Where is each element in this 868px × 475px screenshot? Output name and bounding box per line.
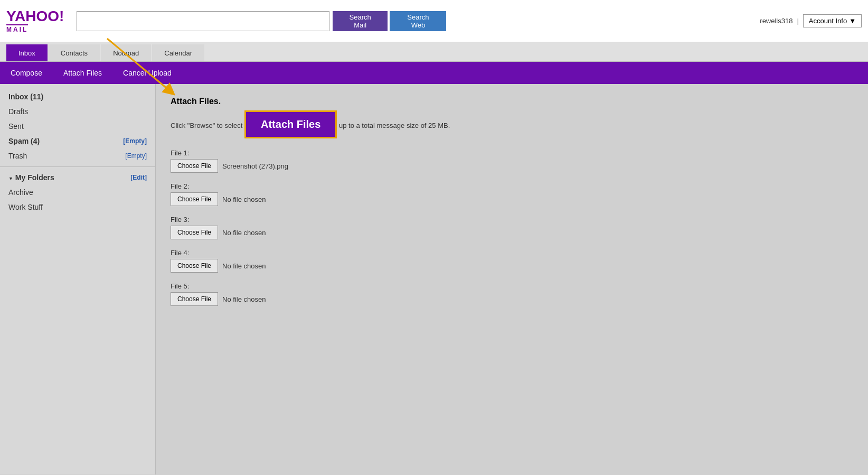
sidebar-inbox[interactable]: Inbox (11) (0, 89, 155, 104)
sidebar-my-folders-label: ▼ My Folders (8, 173, 54, 182)
page-title: Attach Files. (171, 97, 853, 106)
file-3-name: No file chosen (222, 229, 266, 237)
action-bar: Compose Attach Files Cancel Upload (0, 62, 868, 84)
file-2-choose-button[interactable]: Choose File (171, 192, 218, 206)
header: YAHOO! MAIL Search Mail Search Web rewel… (0, 0, 868, 42)
logo-yahoo: YAHOO! (6, 8, 64, 25)
tab-calendar[interactable]: Calendar (152, 44, 204, 61)
sidebar-spam[interactable]: Spam (4) [Empty] (0, 134, 155, 148)
account-info-arrow: ▼ (849, 17, 856, 25)
sidebar-sent[interactable]: Sent (0, 119, 155, 134)
content-area: Attach Files. Click "Browse" to select A… (156, 84, 868, 474)
file-5-name: No file chosen (222, 295, 266, 303)
file-1-name: Screenshot (273).png (222, 162, 288, 170)
attach-files-highlight-button[interactable]: Attach Files (244, 110, 337, 138)
sidebar-trash[interactable]: Trash [Empty] (0, 148, 155, 163)
file-5-label: File 5: (171, 282, 853, 290)
file-row-4: File 4: Choose File No file chosen (171, 249, 853, 273)
search-input[interactable] (77, 11, 329, 31)
file-4-name: No file chosen (222, 262, 266, 270)
divider: | (797, 17, 798, 25)
file-4-choose-button[interactable]: Choose File (171, 259, 218, 273)
account-info-label: Account Info (809, 17, 847, 25)
file-4-input-row: Choose File No file chosen (171, 259, 853, 273)
file-1-choose-button[interactable]: Choose File (171, 159, 218, 173)
logo-mail: MAIL (6, 24, 28, 33)
account-info-button[interactable]: Account Info ▼ (803, 14, 862, 27)
sidebar-arrow-icon: ▼ (8, 176, 13, 181)
sidebar-trash-empty[interactable]: [Empty] (125, 152, 147, 160)
file-1-input-row: Choose File Screenshot (273).png (171, 159, 853, 173)
sidebar-my-folders: ▼ My Folders [Edit] (0, 170, 155, 185)
sidebar-spam-empty[interactable]: [Empty] (123, 137, 147, 145)
main: Inbox (11) Drafts Sent Spam (4) [Empty] … (0, 84, 868, 474)
file-3-label: File 3: (171, 216, 853, 223)
tab-inbox[interactable]: Inbox (6, 44, 48, 61)
file-2-label: File 2: (171, 182, 853, 190)
description-after: up to a total message size of 25 MB. (339, 122, 450, 129)
sidebar-my-folders-edit[interactable]: [Edit] (130, 174, 147, 181)
file-row-3: File 3: Choose File No file chosen (171, 216, 853, 239)
file-4-label: File 4: (171, 249, 853, 257)
tab-notepad[interactable]: Notepad (101, 44, 151, 61)
nav-tabs: Inbox Contacts Notepad Calendar (0, 42, 868, 62)
cancel-upload-action[interactable]: Cancel Upload (123, 69, 172, 77)
attach-files-action[interactable]: Attach Files (63, 69, 102, 77)
file-1-label: File 1: (171, 149, 853, 157)
sidebar-drafts[interactable]: Drafts (0, 104, 155, 119)
sidebar-archive[interactable]: Archive (0, 185, 155, 200)
username: rewells318 (760, 17, 792, 25)
search-mail-button[interactable]: Search Mail (333, 11, 388, 31)
sidebar: Inbox (11) Drafts Sent Spam (4) [Empty] … (0, 84, 156, 474)
file-5-input-row: Choose File No file chosen (171, 292, 853, 306)
search-bar: Search Mail Search Web (77, 11, 446, 31)
sidebar-spam-label: Spam (4) (8, 137, 40, 145)
file-row-5: File 5: Choose File No file chosen (171, 282, 853, 306)
file-row-1: File 1: Choose File Screenshot (273).png (171, 149, 853, 173)
logo: YAHOO! MAIL (6, 8, 64, 34)
header-right: rewells318 | Account Info ▼ (760, 14, 862, 27)
tab-contacts[interactable]: Contacts (49, 44, 100, 61)
file-3-input-row: Choose File No file chosen (171, 226, 853, 239)
sidebar-divider (0, 166, 155, 167)
file-5-choose-button[interactable]: Choose File (171, 292, 218, 306)
sidebar-trash-label: Trash (8, 152, 27, 160)
sidebar-work-stuff[interactable]: Work Stuff (0, 200, 155, 215)
description-before: Click "Browse" to select (171, 122, 244, 129)
file-row-2: File 2: Choose File No file chosen (171, 182, 853, 206)
file-3-choose-button[interactable]: Choose File (171, 226, 218, 239)
compose-action[interactable]: Compose (11, 69, 42, 77)
file-2-input-row: Choose File No file chosen (171, 192, 853, 206)
file-2-name: No file chosen (222, 195, 266, 203)
page-description: Click "Browse" to select Attach Files up… (171, 110, 853, 138)
search-web-button[interactable]: Search Web (390, 11, 446, 31)
content-wrapper: Attach Files. Click "Browse" to select A… (171, 97, 853, 306)
